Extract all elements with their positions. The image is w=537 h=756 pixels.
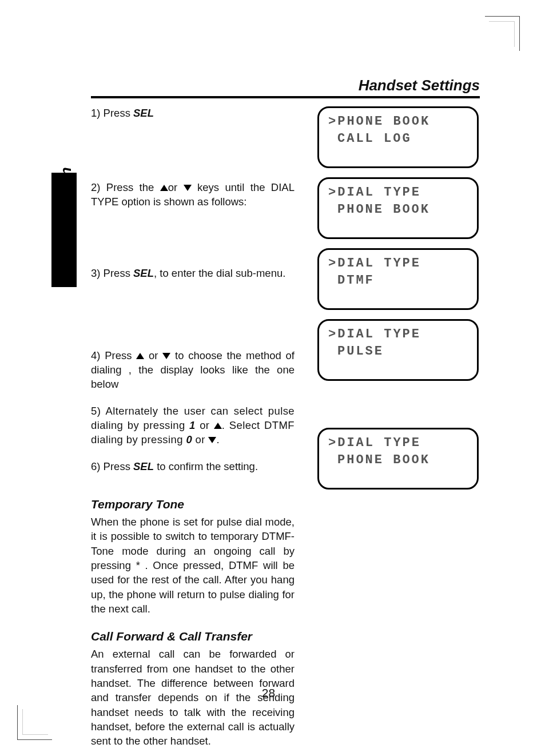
lcd-screen-3: >DIAL TYPE DTMF xyxy=(317,248,479,310)
lcd-line-1: >PHONE BOOK xyxy=(328,113,468,130)
step-4-mid: or xyxy=(144,349,162,361)
lcd-screen-5: >DIAL TYPE PHONE BOOK xyxy=(317,428,479,490)
lcd-line-1: >DIAL TYPE xyxy=(328,184,468,201)
step-4: 4) Press or to choose the method of dial… xyxy=(91,349,295,392)
call-forward-heading: Call Forward & Call Transfer xyxy=(91,630,295,643)
step-5-key-1: 1 xyxy=(189,419,196,431)
step-6-pre: 6) Press xyxy=(91,460,133,472)
step-6-sel: SEL xyxy=(133,460,154,472)
step-5-key-0: 0 xyxy=(186,433,192,445)
side-tab-label: Basic Operation xyxy=(57,167,75,281)
lcd-screen-1: >PHONE BOOK CALL LOG xyxy=(317,106,479,168)
down-arrow-icon xyxy=(162,353,170,359)
step-5-mid1: or xyxy=(196,419,214,431)
manual-page: Handset Settings Basic Operation 1) Pres… xyxy=(0,0,537,756)
step-4-pre: 4) Press xyxy=(91,349,136,361)
step-2: 2) Press the or keys until the DIAL TYPE… xyxy=(91,181,295,254)
crop-mark-top-right xyxy=(485,16,520,51)
up-arrow-icon xyxy=(214,423,222,429)
temporary-tone-body: When the phone is set for pulse dial mod… xyxy=(91,515,295,616)
lcd-screen-4: >DIAL TYPE PULSE xyxy=(317,319,479,381)
crop-mark-bottom-left xyxy=(17,705,52,740)
right-column: >PHONE BOOK CALL LOG >DIAL TYPE PHONE BO… xyxy=(317,106,479,490)
lcd-screen-2: >DIAL TYPE PHONE BOOK xyxy=(317,177,479,239)
lcd-line-2: PHONE BOOK xyxy=(328,452,468,469)
lcd-line-2: PULSE xyxy=(328,343,468,360)
step-1-sel: SEL xyxy=(133,107,154,119)
header-rule xyxy=(91,96,480,98)
step-3: 3) Press SEL, to enter the dial sub-menu… xyxy=(91,266,295,336)
step-2-mid: or xyxy=(168,181,184,193)
step-3-pre: 3) Press xyxy=(91,267,133,279)
lcd-line-1: >DIAL TYPE xyxy=(328,255,468,272)
lcd-line-1: >DIAL TYPE xyxy=(328,326,468,343)
left-column: 1) Press SEL 2) Press the or keys until … xyxy=(91,106,295,749)
step-5-mid3: or xyxy=(192,433,208,445)
step-6: 6) Press SEL to confirm the setting. xyxy=(91,460,295,485)
lcd-line-1: >DIAL TYPE xyxy=(328,435,468,452)
step-6-post: to confirm the setting. xyxy=(154,460,258,472)
down-arrow-icon xyxy=(208,437,216,443)
up-arrow-icon xyxy=(160,185,168,191)
page-number: 28 xyxy=(0,686,537,700)
step-2-pre: 2) Press the xyxy=(91,181,160,193)
running-header: Handset Settings xyxy=(359,77,480,94)
step-5: 5) Alternately the user can select pulse… xyxy=(91,404,295,447)
lcd-line-2: PHONE BOOK xyxy=(328,201,468,218)
step-5-end: . xyxy=(216,433,220,445)
down-arrow-icon xyxy=(184,185,192,191)
step-3-post: , to enter the dial sub-menu. xyxy=(154,267,285,279)
up-arrow-icon xyxy=(136,353,144,359)
lcd-line-2: DTMF xyxy=(328,272,468,289)
step-1: 1) Press SEL xyxy=(91,106,295,168)
lcd-line-2: CALL LOG xyxy=(328,130,468,148)
step-3-sel: SEL xyxy=(133,267,154,279)
step-1-pre: 1) Press xyxy=(91,107,133,119)
temporary-tone-heading: Temporary Tone xyxy=(91,498,295,511)
